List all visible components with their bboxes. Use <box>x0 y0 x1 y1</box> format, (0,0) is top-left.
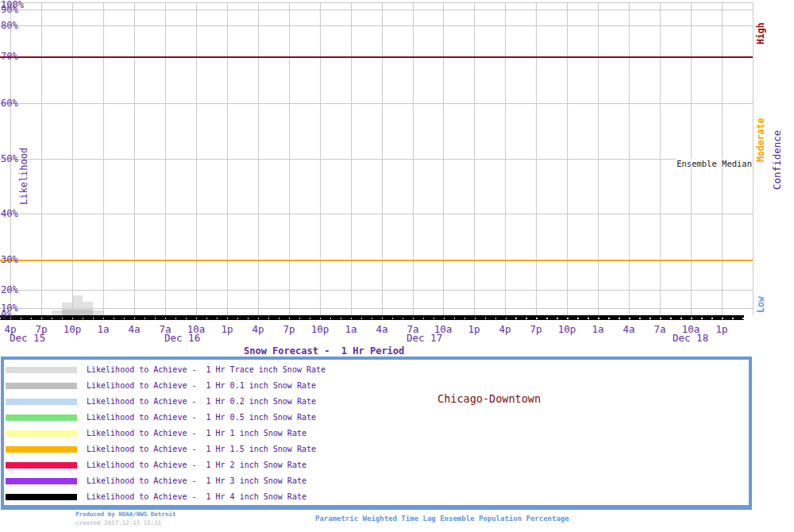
confidence-axis-title: Confidence <box>771 126 783 190</box>
confidence-threshold-line <box>0 56 753 58</box>
y-axis-tick-label: 70% <box>1 52 18 61</box>
x-axis-tick-label: 4a <box>613 325 645 334</box>
gridline-horizontal <box>0 159 753 160</box>
legend-color-swatch <box>6 430 77 437</box>
legend-item: Likelihood to Achieve - 1 Hr 2 inch Snow… <box>6 461 306 469</box>
gridline-horizontal <box>0 290 753 291</box>
legend-item-label: Likelihood to Achieve - 1 Hr 0.1 inch Sn… <box>87 382 316 390</box>
x-axis-tick-label: 10p <box>304 325 336 334</box>
legend-item-label: Likelihood to Achieve - 1 Hr 3 inch Snow… <box>87 477 306 485</box>
x-axis-tick-label: 4p <box>242 325 274 334</box>
legend-color-swatch <box>6 446 77 453</box>
legend-color-swatch <box>6 478 77 484</box>
y-axis-tick-label: 60% <box>1 98 18 108</box>
y-axis-tick-label: 90% <box>1 5 18 14</box>
legend-item-label: Likelihood to Achieve - 1 Hr 0.2 inch Sn… <box>87 398 316 406</box>
legend-item: Likelihood to Achieve - 1 Hr 1.5 inch Sn… <box>6 445 316 453</box>
legend-color-swatch <box>6 494 77 500</box>
x-axis-tick-label: 1a <box>582 325 614 334</box>
x-axis-tick-label: 4a <box>118 325 150 334</box>
x-axis-tick-label: 1a <box>87 325 119 334</box>
x-axis-tick-label: 7p <box>25 325 57 334</box>
x-axis-tick-label: 1a <box>335 325 367 334</box>
x-axis-tick-label: 10p <box>551 325 583 334</box>
confidence-level-label: High <box>755 17 766 44</box>
footer-created-timestamp: created 2017-12-15 15:31 <box>75 519 161 526</box>
y-axis-title: Likelihood <box>18 129 29 205</box>
gridline-horizontal <box>0 308 753 309</box>
legend-color-swatch <box>6 414 77 421</box>
footer-produced-by: Produced by NOAA/NWS Detroit <box>75 511 175 518</box>
x-axis-tick-label: 1p <box>458 325 490 334</box>
x-axis-tick-label: 4a <box>366 325 398 334</box>
legend-item: Likelihood to Achieve - 1 Hr 0.5 inch Sn… <box>6 414 316 422</box>
gridline-horizontal <box>0 2 753 3</box>
x-axis-tick-label: 10a <box>180 325 212 334</box>
gridline-horizontal <box>0 25 753 26</box>
legend-color-swatch <box>6 399 77 405</box>
x-axis-tick-label: 1p <box>706 325 738 334</box>
legend-color-swatch <box>6 367 77 373</box>
legend-item: Likelihood to Achieve - 1 Hr 0.1 inch Sn… <box>6 382 316 390</box>
legend-item: Likelihood to Achieve - 1 Hr Trace inch … <box>6 366 326 374</box>
gridline-horizontal <box>0 103 753 104</box>
legend-item-label: Likelihood to Achieve - 1 Hr 0.5 inch Sn… <box>87 414 316 422</box>
x-axis-tick-label: 10a <box>427 325 459 334</box>
location-label: Chicago-Downtown <box>437 392 541 405</box>
x-axis-tick-label: 7p <box>273 325 305 334</box>
legend-item: Likelihood to Achieve - 1 Hr 1 inch Snow… <box>6 430 306 438</box>
legend-item-label: Likelihood to Achieve - 1 Hr Trace inch … <box>87 366 326 374</box>
x-axis-tick-label: 7p <box>520 325 552 334</box>
legend-item: Likelihood to Achieve - 1 Hr 3 inch Snow… <box>6 477 306 485</box>
chart-plot-area: 100%90%80%70%60%50%40%30%20%10%0%4pDec 1… <box>0 0 794 345</box>
x-axis-tick-label: 1p <box>211 325 243 334</box>
chart-title: Snow Forecast - 1 Hr Period <box>244 345 404 357</box>
y-axis-tick-label: 20% <box>1 285 18 295</box>
y-axis-tick-label: 80% <box>1 21 18 30</box>
confidence-level-label: Moderate <box>755 114 766 162</box>
confidence-threshold-line <box>0 260 753 261</box>
footer-method-label: Parametric Weighted Time Lag Ensemble Po… <box>315 515 569 522</box>
x-axis-tick-label: 10p <box>56 325 88 334</box>
legend-color-swatch <box>6 383 77 389</box>
legend-item-label: Likelihood to Achieve - 1 Hr 4 inch Snow… <box>87 493 306 501</box>
ensemble-median-annotation: Ensemble Median <box>676 159 753 168</box>
snow-forecast-graphic: 100%90%80%70%60%50%40%30%20%10%0%4pDec 1… <box>0 0 794 532</box>
legend-box: Likelihood to Achieve - 1 Hr Trace inch … <box>1 357 752 510</box>
x-axis-hour-ticks <box>0 318 744 319</box>
confidence-level-label: Low <box>755 291 766 313</box>
gridline-horizontal <box>0 10 753 10</box>
legend-item: Likelihood to Achieve - 1 Hr 4 inch Snow… <box>6 493 306 501</box>
legend-item-label: Likelihood to Achieve - 1 Hr 1 inch Snow… <box>87 430 306 438</box>
legend-item-label: Likelihood to Achieve - 1 Hr 2 inch Snow… <box>87 461 306 469</box>
x-axis-date-label: Dec 18 <box>673 333 708 343</box>
legend-item: Likelihood to Achieve - 1 Hr 0.2 inch Sn… <box>6 398 316 406</box>
x-axis-tick-label: 4p <box>489 325 521 334</box>
y-axis-tick-label: 30% <box>1 255 18 264</box>
y-axis-tick-label: 0% <box>1 310 12 320</box>
legend-color-swatch <box>6 462 77 468</box>
gridline-vertical <box>753 2 754 315</box>
y-axis-tick-label: 50% <box>1 154 18 164</box>
x-axis-band <box>0 315 744 320</box>
y-axis-tick-label: 40% <box>1 209 18 218</box>
gridline-horizontal <box>0 214 753 214</box>
x-axis-tick-label: 7a <box>644 325 676 334</box>
legend-item-label: Likelihood to Achieve - 1 Hr 1.5 inch Sn… <box>87 445 316 453</box>
